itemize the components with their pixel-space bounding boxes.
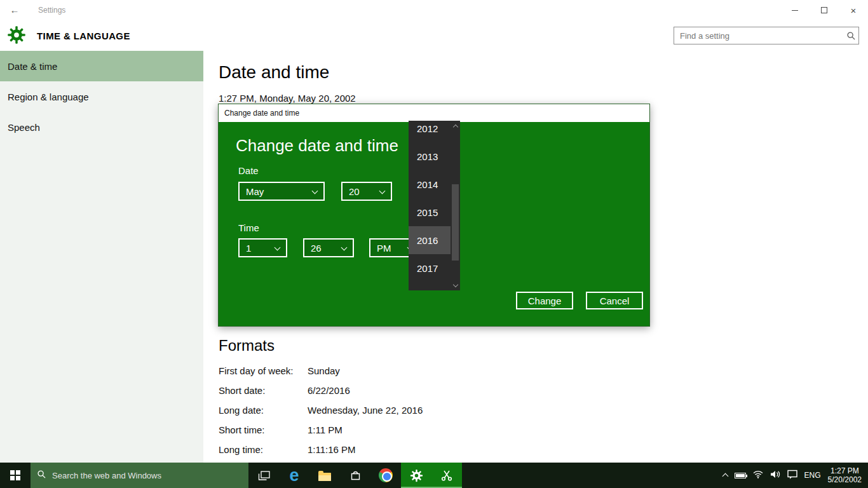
volume-icon[interactable]: [770, 470, 780, 481]
sidebar-item-label: Date & time: [8, 61, 57, 72]
hour-select[interactable]: 1: [238, 238, 287, 257]
format-label: Long date:: [219, 405, 308, 416]
taskbar-search-input[interactable]: [52, 471, 242, 480]
minimize-icon: [792, 10, 798, 11]
task-view-icon: [258, 471, 270, 480]
gear-icon: [7, 25, 26, 44]
format-row: Long time: 1:11:16 PM: [219, 444, 423, 456]
scissors-icon: [440, 469, 453, 482]
sidebar: Date & time Region & language Speech: [0, 51, 203, 463]
sidebar-item-date-time[interactable]: Date & time: [0, 51, 203, 81]
snipping-tool-button[interactable]: [431, 463, 462, 488]
format-label: First day of week:: [219, 365, 308, 377]
taskbar-clock[interactable]: 1:27 PM 5/20/2002: [828, 466, 862, 484]
year-option[interactable]: 2017: [409, 254, 451, 282]
store-button[interactable]: [340, 463, 370, 488]
window-controls: ×: [780, 0, 868, 20]
change-button[interactable]: Change: [516, 292, 573, 309]
day-select-value: 20: [349, 186, 360, 197]
year-option[interactable]: 2014: [409, 170, 451, 198]
current-datetime: 1:27 PM, Monday, May 20, 2002: [219, 93, 356, 104]
day-select[interactable]: 20: [341, 182, 392, 201]
show-hidden-icons-icon[interactable]: [722, 473, 728, 480]
chrome-icon: [379, 468, 393, 482]
year-option[interactable]: 2013: [409, 142, 451, 170]
settings-app-button[interactable]: [401, 463, 431, 488]
window-title: Settings: [38, 0, 65, 20]
format-label: Long time:: [219, 444, 308, 456]
year-option-selected[interactable]: 2016: [409, 226, 451, 254]
minute-select[interactable]: 26: [303, 238, 354, 257]
format-row: First day of week: Sunday: [219, 365, 423, 377]
scroll-up-icon[interactable]: [451, 121, 460, 131]
clock-date: 5/20/2002: [828, 475, 862, 484]
year-option[interactable]: 2012: [409, 121, 451, 142]
clock-time: 1:27 PM: [828, 466, 862, 475]
file-explorer-button[interactable]: [309, 463, 340, 488]
date-label: Date: [238, 165, 259, 176]
task-view-button[interactable]: [248, 463, 279, 488]
chevron-down-icon: [341, 245, 348, 251]
ampm-select-value: PM: [377, 243, 391, 254]
close-button[interactable]: ×: [839, 0, 868, 20]
chevron-down-icon: [312, 188, 318, 194]
language-indicator[interactable]: ENG: [804, 471, 821, 480]
store-bag-icon: [350, 470, 361, 481]
format-value: 1:11:16 PM: [308, 444, 356, 456]
year-options: 2012 2013 2014 2015 2016 2017: [409, 121, 451, 282]
edge-icon: e: [289, 467, 299, 484]
sidebar-item-speech[interactable]: Speech: [0, 112, 203, 142]
scroll-down-icon[interactable]: [451, 280, 460, 290]
formats-section: Formats First day of week: Sunday Short …: [219, 337, 423, 464]
format-row: Long date: Wednesday, June 22, 2016: [219, 405, 423, 416]
year-option[interactable]: 2015: [409, 198, 451, 226]
windows-logo-icon: [10, 470, 20, 480]
battery-icon[interactable]: [735, 473, 746, 478]
dialog-titlebar[interactable]: Change date and time: [219, 104, 649, 122]
format-label: Short date:: [219, 385, 308, 396]
format-value: Wednesday, June 22, 2016: [308, 405, 423, 416]
edge-button[interactable]: e: [279, 463, 309, 488]
format-value: Sunday: [308, 365, 340, 377]
hour-select-value: 1: [246, 243, 251, 254]
category-title: TIME & LANGUAGE: [37, 30, 130, 41]
back-icon[interactable]: ←: [0, 0, 29, 20]
sidebar-item-label: Region & language: [8, 92, 89, 102]
taskbar-search[interactable]: [31, 463, 248, 488]
settings-header: TIME & LANGUAGE: [0, 20, 868, 51]
format-label: Short time:: [219, 424, 308, 436]
search-icon[interactable]: [843, 31, 858, 41]
chevron-down-icon: [275, 245, 281, 251]
wifi-icon[interactable]: [753, 470, 763, 481]
dialog-body: Change date and time Date May 20 Time 1 …: [219, 122, 649, 326]
sidebar-item-region-language[interactable]: Region & language: [0, 81, 203, 112]
year-dropdown-list: 2012 2013 2014 2015 2016 2017: [409, 121, 460, 290]
gear-icon: [410, 469, 423, 482]
change-datetime-dialog: Change date and time Change date and tim…: [218, 104, 650, 327]
scrollbar-thumb[interactable]: [452, 184, 459, 261]
cancel-button[interactable]: Cancel: [586, 292, 643, 309]
chevron-down-icon: [379, 188, 386, 194]
year-scrollbar[interactable]: [451, 121, 460, 290]
month-select-value: May: [246, 186, 264, 197]
format-value: 6/22/2016: [308, 385, 350, 396]
maximize-icon: [821, 7, 827, 13]
find-setting-input[interactable]: [674, 31, 843, 41]
page-title: Date and time: [219, 62, 329, 83]
minimize-button[interactable]: [780, 0, 810, 20]
find-setting-search[interactable]: [674, 27, 859, 44]
formats-title: Formats: [219, 337, 423, 355]
search-icon: [37, 470, 46, 482]
system-tray: ENG 1:27 PM 5/20/2002: [723, 463, 868, 488]
taskbar: e: [0, 463, 868, 488]
month-select[interactable]: May: [238, 182, 325, 201]
window-titlebar[interactable]: ← Settings ×: [0, 0, 868, 20]
start-button[interactable]: [0, 463, 31, 488]
chrome-button[interactable]: [370, 463, 401, 488]
format-row: Short date: 6/22/2016: [219, 385, 423, 396]
format-row: Short time: 1:11 PM: [219, 424, 423, 436]
maximize-button[interactable]: [810, 0, 839, 20]
minute-select-value: 26: [311, 243, 322, 254]
format-value: 1:11 PM: [308, 424, 342, 436]
action-center-icon[interactable]: [787, 470, 797, 482]
